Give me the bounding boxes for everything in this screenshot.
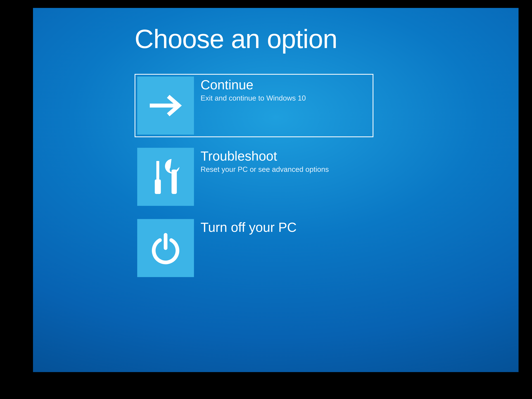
- continue-option[interactable]: Continue Exit and continue to Windows 10: [135, 74, 374, 137]
- svg-rect-2: [155, 179, 161, 194]
- continue-label-block: Continue Exit and continue to Windows 10: [194, 76, 306, 135]
- poweroff-label-block: Turn off your PC: [194, 219, 297, 277]
- troubleshoot-tile: [137, 148, 194, 206]
- poweroff-option[interactable]: Turn off your PC: [135, 216, 374, 280]
- choose-option-panel: Choose an option: [135, 24, 451, 280]
- winre-screen: Choose an option: [33, 8, 519, 372]
- continue-title: Continue: [201, 78, 306, 92]
- power-icon: [148, 231, 183, 265]
- poweroff-title: Turn off your PC: [201, 220, 297, 234]
- continue-desc: Exit and continue to Windows 10: [201, 94, 306, 102]
- photo-frame: Choose an option: [0, 0, 532, 399]
- troubleshoot-label-block: Troubleshoot Reset your PC or see advanc…: [194, 148, 329, 206]
- page-title: Choose an option: [135, 24, 451, 54]
- troubleshoot-option[interactable]: Troubleshoot Reset your PC or see advanc…: [135, 145, 374, 209]
- poweroff-tile: [137, 219, 194, 277]
- troubleshoot-desc: Reset your PC or see advanced options: [201, 165, 329, 174]
- tools-icon: [148, 157, 183, 196]
- troubleshoot-title: Troubleshoot: [201, 149, 329, 163]
- svg-rect-1: [156, 161, 159, 179]
- options-list: Continue Exit and continue to Windows 10: [135, 74, 451, 280]
- svg-rect-3: [171, 170, 177, 194]
- arrow-right-icon: [146, 92, 185, 119]
- continue-tile: [137, 76, 194, 135]
